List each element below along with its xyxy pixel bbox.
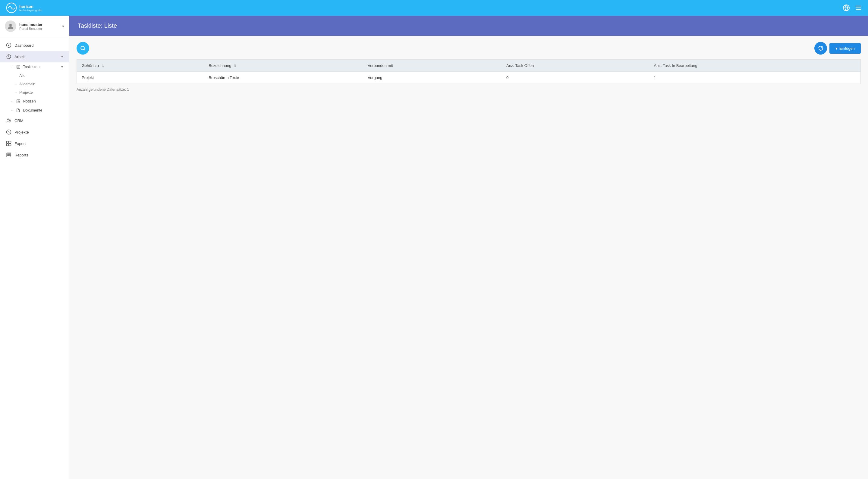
- tasklisten-icon: [16, 65, 21, 69]
- main-layout: hans.muster Portal Benutzer ▾ Dashboard: [0, 16, 868, 479]
- svg-point-11: [7, 119, 9, 120]
- dokumente-dots-icon: ···: [11, 109, 13, 112]
- alle-dots-icon: ···: [14, 74, 17, 78]
- export-icon: [6, 141, 11, 146]
- arbeit-chevron-icon: ▾: [61, 55, 63, 59]
- dokumente-icon: [16, 108, 21, 113]
- col-anz-task-offen: Anz. Task Offen: [501, 60, 649, 72]
- dots-icon: ···: [11, 65, 13, 69]
- col-gehoert-zu[interactable]: Gehört zu ⇅: [77, 60, 204, 72]
- reports-icon: [6, 152, 11, 158]
- refresh-button[interactable]: [814, 42, 827, 55]
- table-container: Gehört zu ⇅ Bezeichnung ⇅ Verbunden mit: [76, 59, 861, 84]
- allgemein-label: Allgemein: [19, 82, 35, 86]
- globe-icon: [843, 4, 850, 11]
- content-body: ▾ Einfügen Gehört zu ⇅: [69, 36, 868, 479]
- menu-button[interactable]: [855, 4, 862, 11]
- logo-icon: [6, 2, 17, 13]
- sidebar-item-notizen[interactable]: ··· Notizen: [0, 97, 69, 106]
- cell-gehoert_zu: Projekt: [77, 72, 204, 84]
- sidebar-item-alle[interactable]: ··· Alle: [0, 71, 69, 80]
- hamburger-icon: [855, 4, 862, 11]
- user-role: Portal Benutzer: [19, 27, 59, 30]
- dashboard-label: Dashboard: [14, 43, 34, 48]
- projekte-sub-dots-icon: ···: [14, 91, 17, 94]
- tasklisten-label: Tasklisten: [23, 65, 39, 69]
- sidebar-item-projekte[interactable]: Projekte: [0, 126, 69, 138]
- table-header-row: Gehört zu ⇅ Bezeichnung ⇅ Verbunden mit: [77, 60, 861, 72]
- col-bezeichnung[interactable]: Bezeichnung ⇅: [204, 60, 363, 72]
- sidebar-item-dokumente[interactable]: ··· Dokumente: [0, 106, 69, 115]
- toolbar-left: [76, 42, 89, 55]
- topbar: horizon technologies gmbh: [0, 0, 868, 16]
- svg-point-19: [81, 46, 84, 50]
- projekte-sub-label: Projekte: [19, 90, 33, 95]
- sidebar-item-dashboard[interactable]: Dashboard: [0, 39, 69, 51]
- logo-text: horizon technologies gmbh: [19, 4, 42, 12]
- sidebar-item-reports[interactable]: Reports: [0, 149, 69, 161]
- einfugen-label: Einfügen: [839, 46, 855, 51]
- col-verbunden-mit: Verbunden mit: [363, 60, 501, 72]
- projekte-icon: [6, 129, 11, 135]
- cell-anz_task_bearbeitung: 1: [649, 72, 861, 84]
- user-info: hans.muster Portal Benutzer: [19, 22, 59, 30]
- user-name: hans.muster: [19, 22, 59, 27]
- refresh-icon: [818, 45, 824, 51]
- sort-icon-bezeichnung: ⇅: [234, 64, 236, 67]
- svg-rect-14: [7, 141, 9, 144]
- notizen-label: Notizen: [23, 99, 36, 103]
- record-count: Anzahl gefundene Datensätze: 1: [76, 87, 861, 92]
- export-label: Export: [14, 141, 26, 146]
- content: Taskliste: Liste: [69, 16, 868, 479]
- sidebar-item-crm[interactable]: CRM: [0, 115, 69, 126]
- arbeit-label: Arbeit: [14, 55, 25, 59]
- tasklisten-chevron-icon: ▾: [61, 65, 63, 69]
- page-title: Taskliste: Liste: [78, 22, 860, 29]
- svg-rect-2: [856, 6, 861, 6]
- toolbar-right: ▾ Einfügen: [814, 42, 861, 55]
- table-row[interactable]: ProjektBroschüren TexteVorgang01: [77, 72, 861, 84]
- reports-label: Reports: [14, 153, 28, 157]
- svg-rect-3: [856, 7, 861, 8]
- sidebar: hans.muster Portal Benutzer ▾ Dashboard: [0, 16, 69, 479]
- search-button[interactable]: [76, 42, 89, 55]
- projekte-label: Projekte: [14, 130, 29, 134]
- sidebar-item-projekte-sub[interactable]: ··· Projekte: [0, 88, 69, 97]
- allgemein-dots-icon: ···: [14, 83, 17, 86]
- svg-rect-17: [9, 144, 11, 146]
- user-section[interactable]: hans.muster Portal Benutzer ▾: [0, 16, 69, 37]
- cell-bezeichnung: Broschüren Texte: [204, 72, 363, 84]
- sidebar-item-export[interactable]: Export: [0, 138, 69, 149]
- col-anz-task-bearbeitung: Anz. Task In Bearbeitung: [649, 60, 861, 72]
- notizen-dots-icon: ···: [11, 100, 13, 103]
- einfugen-button[interactable]: ▾ Einfügen: [830, 43, 861, 54]
- page-header: Taskliste: Liste: [69, 16, 868, 36]
- cell-anz_task_offen: 0: [501, 72, 649, 84]
- svg-rect-15: [9, 141, 11, 144]
- avatar: [5, 21, 16, 32]
- user-chevron-icon: ▾: [62, 24, 64, 29]
- cell-verbunden_mit: Vorgang: [363, 72, 501, 84]
- topbar-actions: [843, 4, 862, 11]
- svg-point-5: [9, 24, 12, 26]
- sidebar-item-tasklisten[interactable]: ··· Tasklisten ▾: [0, 62, 69, 71]
- sidebar-item-arbeit[interactable]: Arbeit ▾: [0, 51, 69, 62]
- svg-rect-16: [7, 144, 9, 146]
- svg-rect-4: [856, 9, 861, 10]
- arbeit-icon: [6, 54, 11, 59]
- dokumente-label: Dokumente: [23, 108, 42, 113]
- globe-button[interactable]: [843, 4, 850, 11]
- dashboard-icon: [6, 42, 11, 48]
- data-table: Gehört zu ⇅ Bezeichnung ⇅ Verbunden mit: [76, 59, 861, 84]
- notizen-icon: [16, 99, 21, 103]
- sort-icon-gehoert-zu: ⇅: [101, 64, 104, 67]
- svg-point-7: [8, 44, 10, 46]
- logo: horizon technologies gmbh: [6, 2, 42, 13]
- nav-section: Dashboard Arbeit ▾ ··· Tasklisten ▾: [0, 37, 69, 163]
- crm-icon: [6, 118, 11, 123]
- alle-label: Alle: [19, 73, 25, 78]
- einfugen-chevron: ▾: [835, 46, 838, 51]
- search-icon: [80, 45, 86, 51]
- sidebar-item-allgemein[interactable]: ··· Allgemein: [0, 80, 69, 88]
- crm-label: CRM: [14, 118, 24, 123]
